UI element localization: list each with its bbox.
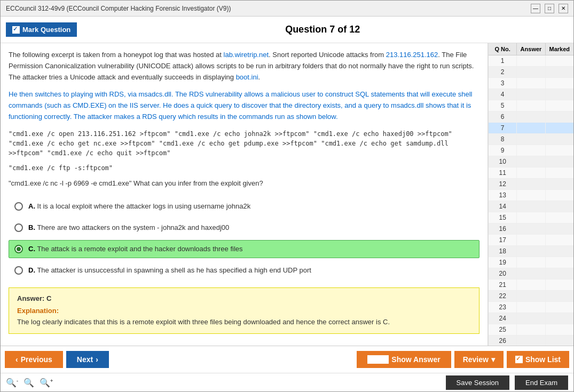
sidebar-row[interactable]: 10 [489, 156, 573, 167]
sidebar-row[interactable]: 4 [489, 89, 573, 100]
sidebar-cell-qno: 24 [489, 313, 517, 324]
sidebar-row[interactable]: 20 [489, 268, 573, 279]
question-paragraph-1: The following excerpt is taken from a ho… [9, 50, 479, 83]
previous-button[interactable]: ‹ Previous [5, 351, 63, 368]
answer-label: Answer: C [17, 294, 471, 302]
sidebar-row[interactable]: 1 [489, 55, 573, 67]
option-a-text: A. It is a local exploit where the attac… [28, 202, 250, 210]
sidebar-cell-marked [546, 67, 573, 77]
sidebar-cell-answer [517, 111, 545, 122]
show-answer-button[interactable]: Show Answer [357, 351, 451, 368]
option-c-text: C. The attack is a remote exploit and th… [28, 245, 243, 253]
sidebar-cell-marked [546, 302, 573, 313]
sidebar-cell-qno: 16 [489, 223, 517, 234]
sidebar-cell-qno: 15 [489, 212, 517, 223]
next-button[interactable]: Next › [66, 351, 109, 368]
sidebar-cell-answer [517, 313, 545, 324]
sidebar-cell-marked [546, 100, 573, 111]
sidebar-row[interactable]: 15 [489, 212, 573, 223]
sidebar-cell-marked [546, 89, 573, 100]
zoom-in-button[interactable]: 🔍+ [40, 377, 53, 388]
sidebar-cell-qno: 10 [489, 156, 517, 167]
sidebar-row[interactable]: 18 [489, 246, 573, 257]
minimize-button[interactable]: — [531, 4, 540, 13]
sidebar-row[interactable]: 25 [489, 324, 573, 335]
option-b-text: B. There are two attackers on the system… [28, 223, 229, 231]
option-a[interactable]: A. It is a local exploit where the attac… [9, 197, 479, 215]
sidebar-cell-qno: 14 [489, 201, 517, 212]
sidebar-cell-answer [517, 167, 545, 178]
sidebar-row[interactable]: 6 [489, 111, 573, 123]
sidebar-row[interactable]: 14 [489, 201, 573, 212]
review-label: Review [463, 355, 489, 364]
mark-question-button[interactable]: Mark Question [6, 22, 77, 37]
option-a-radio [14, 202, 23, 211]
next-label: Next [77, 355, 93, 364]
end-exam-button[interactable]: End Exam [515, 375, 568, 390]
close-button[interactable]: ✕ [559, 4, 568, 13]
option-c[interactable]: C. The attack is a remote exploit and th… [9, 240, 479, 258]
window-controls: — □ ✕ [531, 4, 568, 13]
sidebar-row[interactable]: 19 [489, 257, 573, 268]
sidebar-row[interactable]: 11 [489, 167, 573, 179]
show-list-button[interactable]: Show List [507, 351, 569, 368]
question-area: The following excerpt is taken from a ho… [1, 43, 488, 346]
sidebar-row[interactable]: 7 [489, 123, 573, 134]
save-session-button[interactable]: Save Session [446, 375, 510, 390]
zoom-reset-button[interactable]: 🔍 [23, 377, 34, 388]
sidebar-row[interactable]: 13 [489, 190, 573, 201]
explanation-text: The log clearly indicates that this is a… [17, 317, 471, 327]
sidebar-header: Q No. Answer Marked [489, 43, 573, 55]
sidebar-row[interactable]: 16 [489, 223, 573, 235]
sidebar-cell-marked [546, 145, 573, 156]
sidebar-row[interactable]: 8 [489, 134, 573, 145]
sidebar-row[interactable]: 12 [489, 179, 573, 190]
sidebar-cell-marked [546, 190, 573, 201]
sidebar-cell-qno: 7 [489, 123, 517, 133]
sidebar-cell-qno: 19 [489, 257, 517, 268]
sidebar-col-qno: Q No. [489, 43, 517, 55]
option-d-text: D. The attacker is unsuccessful in spawn… [28, 266, 311, 274]
toolbar: Mark Question Question 7 of 12 [1, 17, 573, 43]
sidebar-row[interactable]: 9 [489, 145, 573, 156]
sidebar-row[interactable]: 5 [489, 100, 573, 111]
sidebar-cell-qno: 18 [489, 246, 517, 257]
sidebar-cell-answer [517, 268, 545, 279]
next-arrow-icon: › [96, 355, 98, 364]
zoom-out-button[interactable]: 🔍- [6, 377, 18, 388]
sidebar-row[interactable]: 17 [489, 235, 573, 246]
sidebar-cell-marked [546, 313, 573, 324]
code-block-1: "cmd1.exe /c open 213.116.251.162 >ftpco… [9, 129, 479, 158]
show-list-label: Show List [525, 355, 561, 364]
nav-buttons-row: ‹ Previous Next › Show Answer Review ▾ [1, 346, 573, 373]
sidebar-cell-marked [546, 246, 573, 257]
option-b[interactable]: B. There are two attackers on the system… [9, 219, 479, 237]
sidebar-row[interactable]: 2 [489, 67, 573, 78]
option-d[interactable]: D. The attacker is unsuccessful in spawn… [9, 261, 479, 279]
sidebar-cell-answer [517, 302, 545, 313]
main-window: ECCouncil 312-49v9 (ECCouncil Computer H… [0, 0, 574, 392]
sidebar-cell-answer [517, 279, 545, 290]
show-answer-icon [367, 355, 389, 364]
sidebar-cell-qno: 8 [489, 134, 517, 145]
end-exam-label: End Exam [525, 379, 557, 387]
sidebar-cell-answer [517, 235, 545, 245]
sidebar-row[interactable]: 23 [489, 302, 573, 313]
options-list: A. It is a local exploit where the attac… [9, 197, 479, 279]
mark-question-label: Mark Question [22, 26, 70, 34]
sidebar-row[interactable]: 3 [489, 78, 573, 89]
sidebar-cell-qno: 5 [489, 100, 517, 111]
sidebar-cell-qno: 2 [489, 67, 517, 77]
review-button[interactable]: Review ▾ [454, 351, 504, 368]
sidebar-cell-marked [546, 78, 573, 89]
option-c-radio [14, 245, 23, 253]
sidebar-row[interactable]: 21 [489, 279, 573, 291]
sidebar-cell-answer [517, 212, 545, 223]
sidebar-col-answer: Answer [517, 43, 545, 55]
sidebar-row[interactable]: 22 [489, 291, 573, 302]
sidebar-row[interactable]: 26 [489, 335, 573, 346]
sidebar-row[interactable]: 24 [489, 313, 573, 324]
window-title: ECCouncil 312-49v9 (ECCouncil Computer H… [6, 5, 231, 12]
maximize-button[interactable]: □ [545, 4, 554, 13]
sidebar-cell-answer [517, 257, 545, 268]
